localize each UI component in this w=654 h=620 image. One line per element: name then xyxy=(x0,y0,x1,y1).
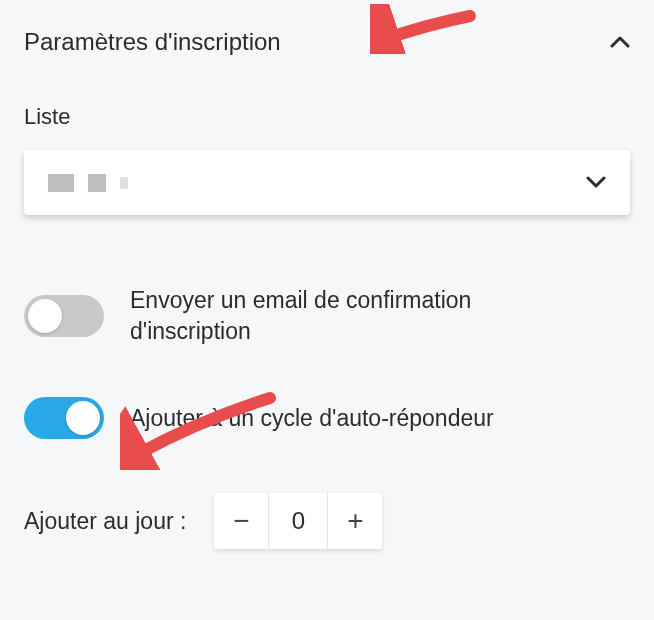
list-dropdown[interactable] xyxy=(24,150,630,215)
day-stepper: − 0 + xyxy=(214,493,382,549)
section-title: Paramètres d'inscription xyxy=(24,28,281,56)
autoresponder-row: Ajouter à un cycle d'auto-répondeur xyxy=(24,397,630,439)
confirm-email-toggle[interactable] xyxy=(24,295,104,337)
toggle-knob xyxy=(28,299,62,333)
list-label: Liste xyxy=(24,104,630,130)
stepper-decrement[interactable]: − xyxy=(214,493,268,549)
autoresponder-label: Ajouter à un cycle d'auto-répondeur xyxy=(130,403,494,434)
autoresponder-toggle[interactable] xyxy=(24,397,104,439)
day-selector-label: Ajouter au jour : xyxy=(24,508,186,535)
stepper-increment[interactable]: + xyxy=(328,493,382,549)
stepper-value: 0 xyxy=(268,493,328,549)
chevron-down-icon xyxy=(586,172,606,193)
confirm-email-row: Envoyer un email de confirmation d'inscr… xyxy=(24,285,630,347)
day-selector-row: Ajouter au jour : − 0 + xyxy=(24,493,630,549)
section-header[interactable]: Paramètres d'inscription xyxy=(24,28,630,56)
dropdown-selected-value xyxy=(48,174,128,192)
toggle-knob xyxy=(66,401,100,435)
chevron-up-icon[interactable] xyxy=(610,32,630,53)
confirm-email-label: Envoyer un email de confirmation d'inscr… xyxy=(130,285,570,347)
